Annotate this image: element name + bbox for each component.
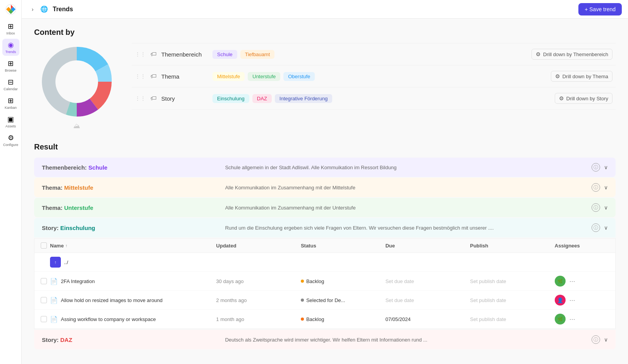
th-status: Status [301, 243, 382, 249]
svg-point-1 [55, 60, 98, 103]
sidebar: ⊞ Inbox ◉ Trends ⊞ Browse ⊟ Calendar ⊞ K… [0, 0, 22, 364]
td-due-2fa[interactable]: Set due date [385, 278, 467, 284]
row-checkbox-2fa[interactable] [41, 278, 47, 284]
td-due-assign-workflow[interactable]: 07/05/2024 [385, 316, 467, 322]
filter-icon-story: ⚙ [559, 95, 564, 101]
info-icon-mittelstufe[interactable]: ⓘ [592, 183, 600, 192]
sidebar-item-inbox[interactable]: ⊞ Inbox [2, 20, 19, 37]
td-due-allow-hold[interactable]: Set due date [385, 297, 467, 303]
drag-handle-story[interactable]: ⋮⋮ [135, 95, 146, 101]
table-row-2fa: 📄 2FA Integration 30 days ago Backlog Se… [35, 272, 615, 291]
folder-icon-back: ↑ [50, 257, 61, 268]
filter-icon-thema: ⚙ [555, 73, 560, 79]
info-icon-unterstufe[interactable]: ⓘ [592, 203, 600, 212]
sidebar-item-trends[interactable]: ◉ Trends [2, 39, 19, 56]
row-checkbox-allow-hold[interactable] [41, 297, 47, 303]
info-icon-daz[interactable]: ⓘ [592, 335, 600, 344]
sidebar-item-configure[interactable]: ⚙ Configure [2, 132, 19, 149]
more-btn-allow-hold[interactable]: ··· [568, 296, 577, 304]
page-title: Trends [53, 6, 575, 13]
drill-down-themenbereich[interactable]: ⚙ Drill down by Themenbereich [531, 49, 612, 60]
group-desc-mittelstufe: Alle Kommunikation im Zusammenhang mit d… [225, 185, 592, 191]
td-assignees-2fa: 🌿 ··· [555, 276, 609, 287]
group-header-einschulung[interactable]: Story: Einschulung Rund um die Einschulu… [34, 218, 616, 237]
group-actions-unterstufe: ⓘ ∨ [592, 203, 608, 212]
drag-handle-thema[interactable]: ⋮⋮ [135, 73, 146, 79]
tag-mittelstufe[interactable]: Mittelstufe [212, 72, 245, 81]
info-icon-einschulung[interactable]: ⓘ [592, 223, 600, 232]
tag-schule[interactable]: Schule [212, 50, 237, 59]
group-title-unterstufe: Thema: Unterstufe [42, 204, 225, 211]
app-logo [5, 3, 17, 15]
group-story-daz: Story: DAZ Deutsch als Zweitsprache wird… [34, 330, 616, 349]
select-all-checkbox[interactable] [41, 242, 47, 249]
group-desc-daz: Deutsch als Zweitsprache wird immer wich… [225, 337, 592, 343]
avatar-2fa: 🌿 [555, 276, 566, 287]
chevron-unterstufe[interactable]: ∨ [604, 204, 608, 211]
more-btn-2fa[interactable]: ··· [568, 277, 577, 285]
result-title: Result [34, 143, 616, 151]
top-section: ⛰ ⋮⋮ 🏷 Themenbereich Schule Tiefbauamt ⚙… [34, 43, 616, 130]
table-row-back[interactable]: ↑ ../ [35, 253, 615, 272]
th-assignees: Assignees [555, 243, 609, 249]
filter-row-thema: ⋮⋮ 🏷 Thema Mittelstufe Unterstufe Oberst… [132, 65, 616, 88]
more-btn-assign-workflow[interactable]: ··· [568, 315, 577, 323]
tag-daz[interactable]: DAZ [252, 94, 272, 103]
table-row-allow-hold: 📄 Allow hold on resized images to move a… [35, 291, 615, 310]
tag-unterstufe[interactable]: Unterstufe [248, 72, 280, 81]
sidebar-item-calendar[interactable]: ⊟ Calendar [2, 76, 19, 93]
group-actions-einschulung: ⓘ ∨ [592, 223, 608, 232]
sidebar-toggle[interactable]: › [28, 5, 37, 14]
group-header-daz[interactable]: Story: DAZ Deutsch als Zweitsprache wird… [34, 330, 616, 349]
calendar-icon: ⊟ [8, 78, 14, 86]
group-title-einschulung: Story: Einschulung [42, 225, 225, 231]
group-header-schule[interactable]: Themenbereich: Schule Schule allgemein i… [34, 158, 616, 177]
filter-row-themenbereich: ⋮⋮ 🏷 Themenbereich Schule Tiefbauamt ⚙ D… [132, 43, 616, 65]
chevron-daz[interactable]: ∨ [604, 337, 608, 343]
chevron-einschulung[interactable]: ∨ [604, 225, 608, 231]
save-trend-button[interactable]: + Save trend [578, 3, 622, 15]
td-publish-assign-workflow[interactable]: Set publish date [470, 316, 551, 322]
tag-integrative[interactable]: Integrative Förderung [275, 94, 332, 103]
group-header-mittelstufe[interactable]: Thema: Mittelstufe Alle Kommunikation im… [34, 178, 616, 197]
filter-label-thema: Thema [161, 73, 208, 80]
drag-handle-themenbereich[interactable]: ⋮⋮ [135, 51, 146, 57]
table-row-assign-workflow: 📄 Assing workflow to company or workspac… [35, 310, 615, 329]
sidebar-item-browse[interactable]: ⊞ Browse [2, 57, 19, 74]
avatar-allow-hold: 👤 [555, 295, 566, 306]
sidebar-item-kanban[interactable]: ⊞ Kanban [2, 94, 19, 112]
table-header: Name ↑ Updated Status Due Publish Assign… [35, 239, 615, 253]
group-header-unterstufe[interactable]: Thema: Unterstufe Alle Kommunikation im … [34, 198, 616, 217]
status-dot-assign-workflow [301, 318, 304, 321]
topbar: › 🌐 Trends + Save trend [22, 0, 628, 19]
drill-down-story[interactable]: ⚙ Drill down by Story [555, 93, 612, 104]
chevron-mittelstufe[interactable]: ∨ [604, 184, 608, 191]
td-assignees-allow-hold: 👤 ··· [555, 295, 609, 306]
group-actions-schule: ⓘ ∨ [592, 163, 608, 172]
info-icon-schule[interactable]: ⓘ [592, 163, 600, 172]
row-checkbox-assign-workflow[interactable] [41, 316, 47, 322]
td-publish-allow-hold[interactable]: Set publish date [470, 297, 551, 303]
group-actions-daz: ⓘ ∨ [592, 335, 608, 344]
th-name: Name ↑ [50, 243, 213, 249]
group-title-schule: Themenbereich: Schule [42, 164, 225, 171]
browse-icon: ⊞ [8, 59, 14, 68]
tag-einschulung[interactable]: Einschulung [212, 94, 249, 103]
sort-icon[interactable]: ↑ [65, 243, 67, 248]
drill-down-thema[interactable]: ⚙ Drill down by Thema [551, 71, 612, 82]
label-icon-themenbereich: 🏷 [150, 51, 157, 58]
tag-tiefbauamt[interactable]: Tiefbauamt [240, 50, 275, 59]
status-dot-allow-hold [301, 299, 304, 302]
tags-thema: Mittelstufe Unterstufe Oberstufe [212, 72, 546, 81]
td-publish-2fa[interactable]: Set publish date [470, 278, 551, 284]
chevron-schule[interactable]: ∨ [604, 164, 608, 170]
td-updated-2fa: 30 days ago [216, 278, 298, 284]
tag-oberstufe[interactable]: Oberstufe [283, 72, 315, 81]
filters-section: ⋮⋮ 🏷 Themenbereich Schule Tiefbauamt ⚙ D… [132, 43, 616, 110]
kanban-icon: ⊞ [8, 96, 14, 105]
th-due: Due [385, 243, 467, 249]
filter-label-themenbereich: Themenbereich [161, 51, 208, 58]
group-desc-einschulung: Rund um die Einschulung ergeben sich vie… [225, 225, 592, 231]
label-icon-thema: 🏷 [150, 73, 157, 80]
sidebar-item-assets[interactable]: ▣ Assets [2, 113, 19, 130]
